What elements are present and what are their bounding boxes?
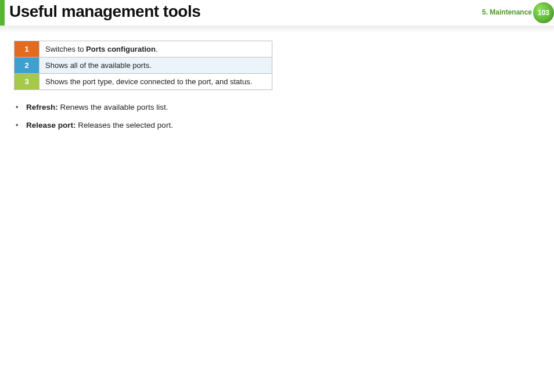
- text-strong: Ports configuration: [86, 45, 156, 53]
- content-column: 1 Switches to Ports configuration. 2 Sho…: [14, 41, 272, 139]
- table-row: 1 Switches to Ports configuration.: [15, 41, 272, 57]
- callout-description: Switches to Ports configuration.: [39, 41, 272, 57]
- page-header: Useful management tools 5. Maintenance 1…: [0, 0, 554, 26]
- table-row: 3 Shows the port type, device connected …: [15, 74, 272, 90]
- text-prefix: Shows the port type, device connected to…: [45, 77, 252, 86]
- text-prefix: Switches to: [45, 45, 86, 53]
- callout-description: Shows all of the available ports.: [39, 57, 272, 74]
- callout-number: 2: [15, 57, 39, 74]
- header-accent-bar: [0, 0, 5, 26]
- text-prefix: Shows all of the available ports.: [45, 61, 152, 70]
- page-number-badge: 103: [533, 2, 554, 23]
- callout-number: 1: [15, 41, 39, 57]
- item-lead: Release port:: [26, 121, 76, 130]
- chapter-label: 5. Maintenance: [482, 8, 532, 16]
- header-shadow: [0, 26, 554, 33]
- item-rest: Renews the available ports list.: [58, 103, 168, 112]
- table-row: 2 Shows all of the available ports.: [15, 57, 272, 74]
- list-item: Refresh: Renews the available ports list…: [16, 103, 272, 112]
- text-suffix: .: [156, 45, 158, 53]
- list-item: Release port: Releases the selected port…: [16, 121, 272, 130]
- item-rest: Releases the selected port.: [76, 121, 173, 130]
- callout-number: 3: [15, 74, 39, 90]
- action-list: Refresh: Renews the available ports list…: [16, 103, 272, 130]
- callout-description: Shows the port type, device connected to…: [39, 74, 272, 90]
- callout-table: 1 Switches to Ports configuration. 2 Sho…: [14, 41, 272, 90]
- item-lead: Refresh:: [26, 103, 58, 112]
- page-title: Useful management tools: [9, 2, 200, 21]
